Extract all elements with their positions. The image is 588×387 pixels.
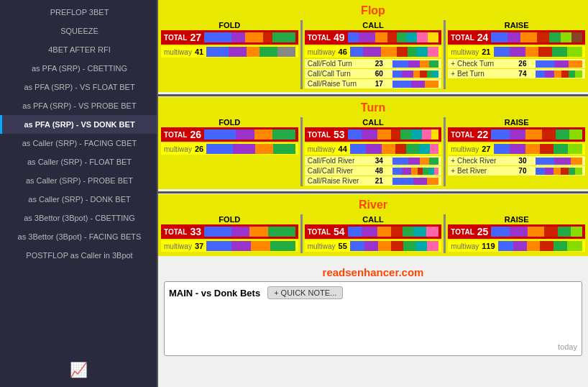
flop-call-multiway-label: multiway: [308, 48, 336, 56]
turn-call-multiway-row: multiway 44: [305, 143, 442, 155]
flop-sep2: [444, 20, 446, 89]
flop-call-sub-rows: Call/Fold Turn 23 Call/Call Turn 60: [305, 59, 442, 88]
turn-call-multiway-label: multiway: [308, 145, 336, 153]
flop-raise-total-row: TOTAL 24: [448, 30, 585, 45]
chart-icon-container: 📈: [0, 355, 157, 384]
flop-call-total-label: TOTAL: [308, 34, 331, 42]
river-call-col: CALL TOTAL 54 multiway: [305, 214, 442, 253]
turn-call-fold-river-bar: [392, 158, 439, 165]
turn-raise-total-num: 22: [477, 129, 489, 140]
turn-bet-river-num: 70: [518, 167, 533, 175]
flop-fold-multiway-row: multiway 41: [161, 46, 298, 58]
sidebar-item-preflop-3bet[interactable]: PREFLOP 3BET: [0, 3, 157, 22]
turn-call-total-label: TOTAL: [308, 131, 331, 139]
turn-section: Turn FOLD TOTAL 26 multiway 26: [158, 97, 588, 189]
turn-call-call-river-label: Call/Call River: [308, 167, 372, 175]
flop-raise-sub-rows: + Check Turn 26 + Bet Turn 74: [448, 59, 585, 78]
turn-call-call-river-bar: [392, 168, 439, 175]
river-fold-col: FOLD TOTAL 33 multiway 37: [161, 214, 298, 253]
flop-check-turn-label: + Check Turn: [451, 60, 515, 68]
sidebar-item-4bet[interactable]: 4BET AFTER RFI: [0, 40, 157, 59]
river-fold-multi-bar: [206, 241, 295, 251]
sidebar-item-pfa-cbetting[interactable]: as PFA (SRP) - CBETTING: [0, 59, 157, 78]
flop-bet-turn-label: + Bet Turn: [451, 70, 515, 78]
sidebar-item-squeeze[interactable]: SQUEEZE: [0, 22, 157, 40]
turn-call-raise-river-label: Call/Raise River: [308, 177, 372, 185]
sidebar-item-caller-cbet[interactable]: as Caller (SRP) - FACING CBET: [0, 134, 157, 152]
river-fold-header: FOLD: [161, 214, 298, 224]
river-sep2: [444, 214, 446, 253]
river-call-multiway-num: 55: [339, 242, 347, 250]
turn-raise-multiway-row: multiway 27: [448, 143, 585, 155]
river-section: River FOLD TOTAL 33 multiway 37: [158, 194, 588, 256]
flop-call-raise-turn: Call/Raise Turn 17: [305, 79, 442, 88]
flop-call-fold-turn-bar: [392, 60, 439, 68]
turn-sep1: [300, 117, 303, 186]
flop-call-call-turn-num: 60: [375, 70, 390, 78]
river-raise-multiway-num: 119: [482, 242, 495, 250]
section-sep-1: [158, 94, 588, 96]
turn-check-river-label: + Check River: [451, 157, 515, 165]
turn-fold-col: FOLD TOTAL 26 multiway 26: [161, 117, 298, 186]
river-fold-total-num: 33: [190, 226, 201, 237]
sidebar-item-pfa-probe[interactable]: as PFA (SRP) - VS PROBE BET: [0, 96, 157, 115]
turn-fold-multi-bar: [206, 144, 295, 154]
sidebar-item-postflop-caller[interactable]: POSTFLOP as Caller in 3Bpot: [0, 246, 157, 265]
flop-bet-turn: + Bet Turn 74: [448, 69, 585, 78]
flop-call-fold-turn: Call/Fold Turn 23: [305, 59, 442, 68]
flop-raise-multiway-row: multiway 21: [448, 46, 585, 58]
flop-call-multiway-row: multiway 46: [305, 46, 442, 58]
turn-call-fold-river: Call/Fold River 34: [305, 156, 442, 165]
river-raise-col: RAISE TOTAL 25 multiway 119: [448, 214, 585, 253]
chart-icon: 📈: [70, 361, 88, 378]
turn-call-total-num: 53: [334, 129, 345, 140]
flop-fold-header: FOLD: [161, 20, 298, 30]
flop-raise-multi-bar: [494, 47, 583, 57]
sidebar-item-caller-donk[interactable]: as Caller (SRP) - DONK BET: [0, 190, 157, 209]
section-sep-2: [158, 191, 588, 194]
flop-fold-multiway-label: multiway: [164, 48, 192, 56]
sidebar-item-pfa-donk[interactable]: as PFA (SRP) - VS DONK BET: [0, 115, 157, 134]
turn-check-river-num: 30: [518, 157, 533, 165]
flop-check-turn-bar: [536, 60, 582, 68]
note-main-label: MAIN - vs Donk Bets: [169, 288, 260, 299]
flop-fold-total-row: TOTAL 27: [161, 30, 298, 45]
sidebar-item-pfa-float[interactable]: as PFA (SRP) - VS FLOAT BET: [0, 78, 157, 96]
turn-fold-multiway-row: multiway 26: [161, 143, 298, 155]
sidebar: PREFLOP 3BET SQUEEZE 4BET AFTER RFI as P…: [0, 0, 158, 387]
turn-raise-sub-rows: + Check River 30 + Bet River 70: [448, 156, 585, 176]
turn-call-total-row: TOTAL 53: [305, 127, 442, 142]
flop-call-call-turn: Call/Call Turn 60: [305, 69, 442, 78]
turn-raise-total-label: TOTAL: [451, 131, 474, 139]
river-call-multi-bar: [350, 241, 439, 251]
flop-raise-multiway-label: multiway: [451, 48, 479, 56]
note-box: MAIN - vs Donk Bets + QUICK NOTE... toda…: [164, 281, 582, 356]
sidebar-item-3bettor-cbetting[interactable]: as 3Bettor (3Bpot) - CBETTING: [0, 209, 157, 227]
flop-bet-turn-bar: [536, 70, 582, 78]
sidebar-item-caller-float[interactable]: as Caller (SRP) - FLOAT BET: [0, 152, 157, 171]
river-call-total-bar: [348, 227, 439, 237]
flop-section: Flop FOLD TOTAL 27 multiway: [158, 0, 588, 92]
flop-call-fold-turn-num: 23: [375, 60, 390, 68]
river-sep1: [300, 214, 303, 253]
turn-fold-total-bar: [204, 129, 295, 140]
turn-fold-total-num: 26: [190, 129, 201, 140]
sidebar-item-3bettor-facing[interactable]: as 3Bettor (3Bpot) - FACING BETS: [0, 227, 157, 246]
flop-sep1: [300, 20, 303, 89]
quick-note-button[interactable]: + QUICK NOTE...: [267, 286, 343, 299]
site-title: readsenhancer.com: [164, 263, 582, 281]
turn-fold-total-label: TOTAL: [164, 131, 187, 139]
flop-raise-total-num: 24: [477, 32, 489, 43]
flop-raise-col: RAISE TOTAL 24 multiway: [448, 20, 585, 89]
river-raise-total-row: TOTAL 25: [448, 224, 585, 239]
flop-fold-total-bar: [204, 32, 295, 42]
flop-call-raise-turn-num: 17: [375, 80, 390, 88]
flop-call-total-bar: [348, 32, 439, 42]
flop-raise-header: RAISE: [448, 20, 585, 30]
turn-check-river-bar: [536, 158, 582, 165]
flop-check-turn-num: 26: [518, 60, 533, 68]
flop-call-total-row: TOTAL 49: [305, 30, 442, 45]
turn-raise-total-bar: [491, 129, 582, 140]
sidebar-item-caller-probe[interactable]: as Caller (SRP) - PROBE BET: [0, 171, 157, 190]
flop-call-multi-bar: [350, 47, 439, 57]
